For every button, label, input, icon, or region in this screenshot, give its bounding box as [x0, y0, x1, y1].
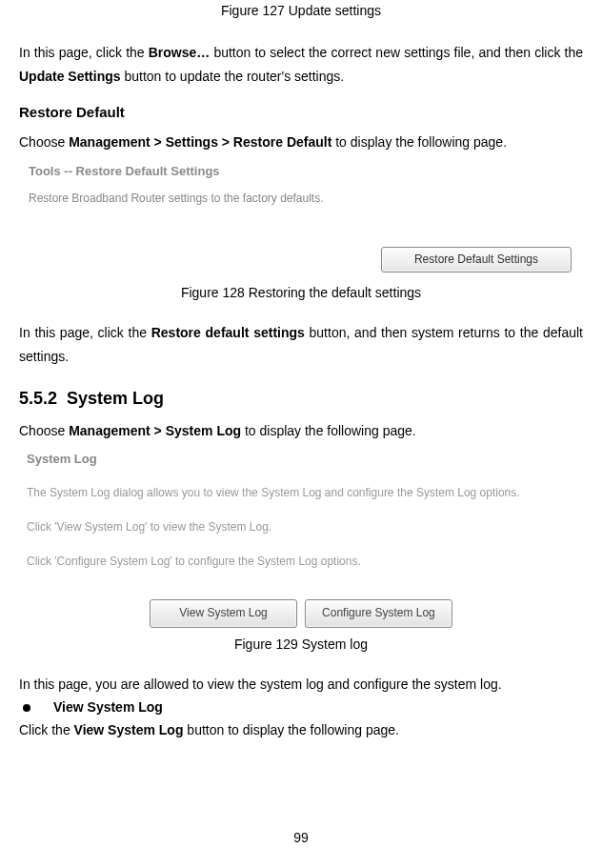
system-log-hint-configure: Click 'Configure System Log' to configur… [19, 553, 583, 572]
section-number: 5.5.2 [19, 389, 57, 408]
text: Choose [19, 134, 69, 150]
text: to display the following page. [241, 423, 416, 438]
paragraph-restore-click: In this page, click the Restore default … [19, 321, 583, 368]
text: button to select the correct new setting… [210, 45, 583, 60]
bullet-view-system-log: View System Log [19, 696, 583, 718]
text: In this page, click the [19, 325, 151, 340]
syslog-nav-paragraph: Choose Management > System Log to displa… [19, 419, 583, 443]
tools-description: Restore Broadband Router settings to the… [19, 190, 583, 209]
figure-caption-128: Figure 128 Restoring the default setting… [19, 282, 583, 304]
restore-default-settings-button[interactable]: Restore Default Settings [381, 247, 572, 273]
system-log-hint-view: Click 'View System Log' to view the Syst… [19, 518, 583, 537]
text: button to update the router's settings. [121, 69, 345, 84]
restore-nav-paragraph: Choose Management > Settings > Restore D… [19, 131, 583, 154]
text: Click the [19, 722, 74, 737]
view-system-log-button[interactable]: View System Log [150, 599, 297, 628]
button-row: View System Log Configure System Log [19, 599, 583, 628]
view-system-log-label: View System Log [74, 722, 184, 737]
breadcrumb: Management > Settings > Restore Default [69, 134, 331, 150]
button-row: Restore Default Settings [19, 247, 583, 273]
update-settings-label: Update Settings [19, 69, 121, 84]
text: to display the following page. [331, 134, 507, 150]
bullet-icon [23, 704, 30, 712]
restore-default-ui: Tools -- Restore Default Settings Restor… [19, 161, 583, 273]
system-log-ui: System Log The System Log dialog allows … [19, 449, 583, 629]
browse-label: Browse… [149, 45, 211, 60]
tools-title: Tools -- Restore Default Settings [19, 161, 583, 181]
paragraph-syslog-summary: In this page, you are allowed to view th… [19, 673, 583, 696]
system-log-heading: 5.5.2 System Log [19, 385, 583, 414]
text: Choose [19, 423, 69, 438]
figure-caption-129: Figure 129 System log [19, 634, 583, 656]
page-number: 99 [0, 827, 602, 849]
restore-default-heading: Restore Default [19, 101, 583, 125]
text: button to display the following page. [183, 722, 399, 737]
breadcrumb: Management > System Log [69, 423, 241, 438]
text: In this page, click the [19, 45, 149, 60]
system-log-description: The System Log dialog allows you to view… [19, 484, 583, 503]
system-log-title: System Log [19, 449, 583, 469]
bullet-label: View System Log [53, 699, 163, 715]
restore-default-settings-label: Restore default settings [151, 325, 305, 340]
section-title: System Log [67, 389, 164, 408]
configure-system-log-button[interactable]: Configure System Log [305, 599, 452, 628]
figure-caption-127: Figure 127 Update settings [19, 0, 583, 22]
paragraph-update-settings: In this page, click the Browse… button t… [19, 41, 583, 88]
paragraph-click-view-syslog: Click the View System Log button to disp… [19, 718, 583, 742]
